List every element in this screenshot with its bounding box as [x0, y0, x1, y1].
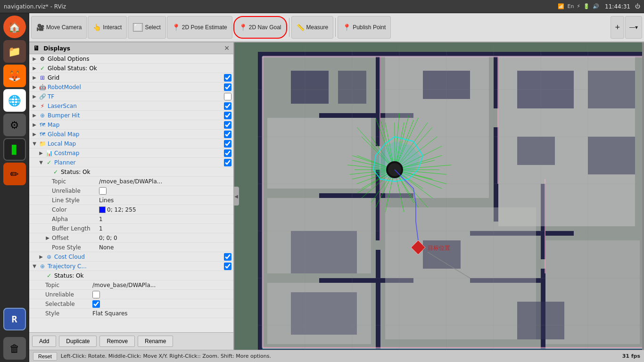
display-item-cost-cloud[interactable]: ▶ ⊕ Cost Cloud	[29, 252, 233, 262]
expand-icon[interactable]: ▶	[31, 56, 38, 62]
laserscan-checkbox[interactable]	[224, 102, 231, 110]
display-item-planner-color[interactable]: Color 0; 12; 255	[29, 205, 233, 214]
display-item-traj-topic[interactable]: Topic /move_base/DWAPla...	[29, 280, 233, 290]
display-item-bumper[interactable]: ▶ ⊕ Bumper Hit	[29, 111, 233, 120]
add-button[interactable]: Add	[32, 336, 56, 347]
map-checkbox[interactable]	[224, 121, 231, 129]
duplicate-button[interactable]: Duplicate	[59, 336, 97, 347]
costmap-checkbox[interactable]	[224, 149, 231, 157]
add-display-button[interactable]: +	[611, 16, 624, 39]
dock-icon-rviz[interactable]: R	[3, 308, 26, 330]
display-item-planner[interactable]: ▼ ✓ Planner	[29, 158, 233, 167]
display-item-planner-offset[interactable]: ▶ Offset 0; 0; 0	[29, 233, 233, 243]
expand-icon[interactable]: ▶	[31, 65, 38, 72]
cost-cloud-label: Cost Cloud	[54, 254, 224, 260]
dock-icon-terminal[interactable]: ▉	[3, 138, 26, 161]
display-item-tf[interactable]: ▶ 🔗 TF	[29, 92, 233, 101]
expand-icon[interactable]: ▶	[31, 112, 38, 119]
reset-button[interactable]: Reset	[33, 352, 57, 361]
bumper-checkbox[interactable]	[224, 112, 231, 119]
global-map-checkbox[interactable]	[224, 131, 231, 138]
buffer-prop-label: Buffer Length	[52, 225, 99, 232]
dock-icon-ubuntu[interactable]: 🏠	[3, 16, 26, 38]
trajectory-checkbox[interactable]	[224, 263, 231, 270]
display-item-global-options[interactable]: ▶ ⚙ Global Options	[29, 54, 233, 64]
topic-prop-value: /move_base/DWAPla...	[99, 178, 233, 185]
move-camera-button[interactable]: 🎥 Move Camera	[31, 16, 87, 39]
measure-button[interactable]: 📏 Measure	[291, 16, 334, 39]
expand-icon[interactable]: ▶	[38, 254, 44, 260]
display-item-local-map[interactable]: ▼ 📁 Local Map	[29, 139, 233, 148]
display-item-traj-status[interactable]: ✓ Status: Ok	[29, 271, 233, 280]
dock: 🏠 📁 🦊 🌐 ⚙ ▉ ✏ R 🗑	[0, 13, 29, 362]
expand-icon[interactable]: ▶	[31, 122, 38, 128]
expand-icon[interactable]: ▶	[31, 93, 38, 100]
traj-selectable-checkbox[interactable]	[92, 300, 100, 308]
resize-handle[interactable]	[642, 42, 644, 350]
unreliable-prop-label: Unreliable	[52, 188, 99, 194]
dock-icon-chrome[interactable]: 🌐	[3, 89, 26, 112]
expand-icon[interactable]: ▶	[31, 74, 38, 81]
display-item-planner-posestyle[interactable]: Pose Style None	[29, 243, 233, 252]
zoom-button[interactable]: —▾	[625, 16, 642, 39]
expand-icon[interactable]: ▶	[38, 150, 44, 156]
traj-style-label: Style	[45, 310, 92, 317]
display-item-global-status[interactable]: ▶ ✓ Global Status: Ok	[29, 64, 233, 73]
expand-icon[interactable]: ▶	[31, 103, 38, 109]
local-map-checkbox[interactable]	[224, 140, 231, 148]
display-item-planner-alpha[interactable]: Alpha 1	[29, 214, 233, 224]
display-item-trajectory[interactable]: ▼ ⊕ Trajectory C...	[29, 262, 233, 271]
display-item-planner-buffer[interactable]: Buffer Length 1	[29, 224, 233, 233]
2d-pose-label: 2D Pose Estimate	[182, 24, 227, 31]
display-item-planner-unreliable[interactable]: Unreliable	[29, 186, 233, 196]
display-item-costmap[interactable]: ▶ 📊 Costmap	[29, 148, 233, 158]
display-item-planner-topic[interactable]: Topic /move_base/DWAPla...	[29, 177, 233, 186]
displays-content[interactable]: ▶ ⚙ Global Options ▶ ✓ Global Status: Ok…	[29, 54, 233, 332]
cost-cloud-checkbox[interactable]	[224, 253, 231, 261]
measure-icon: 📏	[297, 24, 305, 31]
panel-collapse-arrow[interactable]: ◀	[233, 187, 239, 206]
rename-button[interactable]: Rename	[138, 336, 173, 347]
laserscan-icon: ⚡	[39, 102, 46, 110]
planner-checkbox[interactable]	[224, 159, 231, 166]
display-item-laserscan[interactable]: ▶ ⚡ LaserScan	[29, 101, 233, 111]
display-item-traj-unreliable[interactable]: Unreliable	[29, 290, 233, 299]
expand-icon[interactable]: ▼	[31, 263, 38, 270]
select-button[interactable]: ⬜ Select	[128, 16, 165, 39]
remove-button[interactable]: Remove	[99, 336, 135, 347]
grid-checkbox[interactable]	[224, 74, 231, 82]
display-item-grid[interactable]: ▶ ⊞ Grid	[29, 73, 233, 82]
power-icon[interactable]: ⏻	[635, 3, 640, 9]
display-item-global-map[interactable]: ▶ 🗺 Global Map	[29, 130, 233, 139]
robotmodel-checkbox[interactable]	[224, 83, 231, 91]
2d-pose-button[interactable]: 📍 2D Pose Estimate	[167, 16, 232, 39]
expand-icon[interactable]: ▶	[31, 131, 38, 138]
dock-icon-text-editor[interactable]: ✏	[3, 163, 26, 185]
traj-unreliable-checkbox[interactable]	[92, 291, 100, 298]
dock-icon-settings[interactable]: ⚙	[3, 114, 26, 136]
display-item-robotmodel[interactable]: ▶ 🤖 RobotModel	[29, 82, 233, 92]
dock-icon-firefox[interactable]: 🦊	[3, 65, 26, 87]
dock-icon-files[interactable]: 📁	[3, 40, 26, 63]
display-item-traj-selectable[interactable]: Selectable	[29, 299, 233, 309]
display-item-planner-linestyle[interactable]: Line Style Lines	[29, 196, 233, 205]
unreliable-checkbox[interactable]	[99, 187, 107, 195]
display-item-planner-status[interactable]: ✓ Status: Ok	[29, 167, 233, 177]
publish-point-button[interactable]: 📍 Publish Point	[338, 16, 391, 39]
display-item-map[interactable]: ▶ 🗺 Map	[29, 120, 233, 130]
dock-icon-trash[interactable]: 🗑	[3, 337, 26, 360]
2d-nav-button[interactable]: 📍 2D Nav Goal	[233, 16, 287, 39]
expand-icon[interactable]: ▼	[38, 159, 44, 166]
interact-button[interactable]: 👆 Interact	[88, 16, 127, 39]
map-view[interactable]: 目标位置	[234, 42, 644, 350]
display-item-traj-style[interactable]: Style Flat Squares	[29, 309, 233, 318]
expand-icon[interactable]: ▼	[31, 140, 38, 147]
expand-icon[interactable]: ▶	[31, 84, 38, 90]
posestyle-prop-value: None	[99, 244, 233, 251]
displays-header: 🖥 Displays ✕	[29, 42, 233, 54]
laserscan-label: LaserScan	[48, 103, 224, 109]
expand-icon[interactable]: ▶	[44, 235, 51, 241]
tf-checkbox[interactable]	[224, 93, 231, 100]
2d-pose-icon: 📍	[172, 24, 180, 31]
displays-close-button[interactable]: ✕	[224, 44, 230, 52]
